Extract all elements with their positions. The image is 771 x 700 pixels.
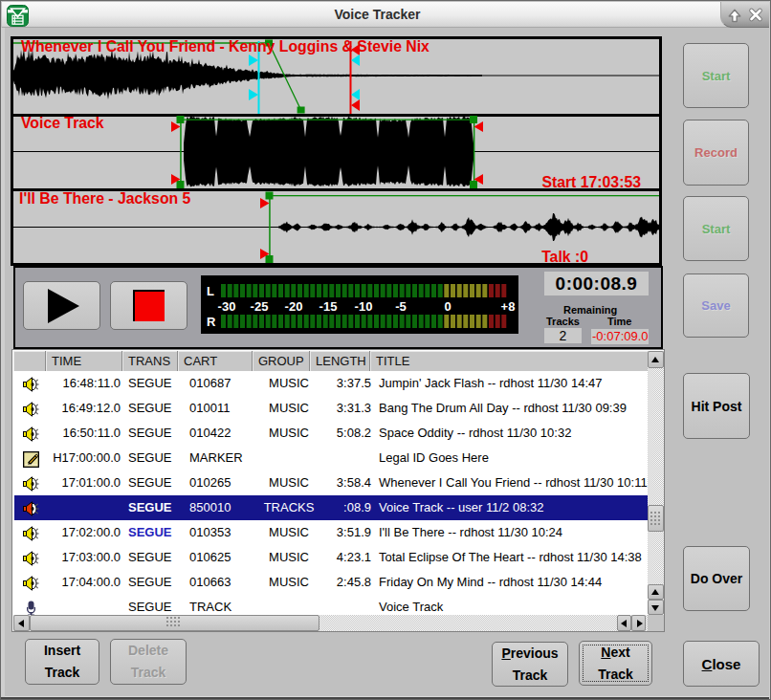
svg-text:-15: -15 — [319, 299, 338, 314]
svg-text:Talk :0: Talk :0 — [541, 249, 588, 263]
svg-text:-5: -5 — [395, 299, 407, 314]
svg-text:L: L — [207, 284, 214, 298]
svg-text:R: R — [207, 315, 216, 329]
svg-text:I'll Be There - Jackson 5: I'll Be There - Jackson 5 — [19, 190, 191, 207]
svg-text:0: 0 — [444, 299, 451, 314]
svg-text:+8: +8 — [501, 299, 516, 314]
svg-text:-20: -20 — [285, 299, 303, 314]
svg-text:Whenever I Call You Friend - K: Whenever I Call You Friend - Kenny Loggi… — [21, 39, 430, 55]
svg-text:-10: -10 — [355, 299, 373, 314]
svg-text:Voice Track: Voice Track — [21, 115, 104, 131]
svg-text:-30: -30 — [218, 299, 236, 314]
svg-text:Start 17:03:53: Start 17:03:53 — [541, 174, 641, 190]
svg-text:-25: -25 — [251, 299, 269, 314]
